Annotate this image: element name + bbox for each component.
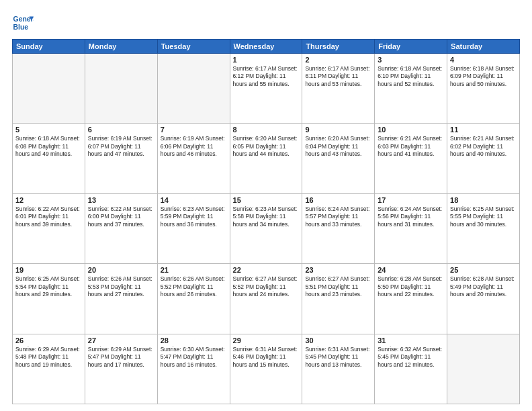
week-row-1: 1Sunrise: 6:17 AM Sunset: 6:12 PM Daylig… bbox=[13, 54, 520, 124]
day-number: 28 bbox=[161, 336, 227, 345]
calendar-cell bbox=[447, 334, 520, 404]
cell-details: Sunrise: 6:24 AM Sunset: 5:57 PM Dayligh… bbox=[305, 205, 371, 228]
header: General Blue bbox=[12, 12, 520, 34]
weekday-header-sunday: Sunday bbox=[13, 40, 85, 54]
day-number: 9 bbox=[305, 126, 371, 134]
logo-icon: General Blue bbox=[12, 12, 34, 34]
weekday-header-friday: Friday bbox=[375, 40, 447, 54]
day-number: 1 bbox=[233, 56, 300, 64]
cell-details: Sunrise: 6:18 AM Sunset: 6:10 PM Dayligh… bbox=[378, 65, 444, 88]
week-row-5: 26Sunrise: 6:29 AM Sunset: 5:48 PM Dayli… bbox=[13, 334, 520, 404]
calendar-cell: 7Sunrise: 6:19 AM Sunset: 6:06 PM Daylig… bbox=[157, 124, 230, 193]
cell-details: Sunrise: 6:29 AM Sunset: 5:47 PM Dayligh… bbox=[88, 346, 154, 369]
calendar-cell: 25Sunrise: 6:28 AM Sunset: 5:49 PM Dayli… bbox=[447, 264, 520, 334]
calendar-cell: 19Sunrise: 6:25 AM Sunset: 5:54 PM Dayli… bbox=[13, 264, 85, 334]
calendar-cell: 16Sunrise: 6:24 AM Sunset: 5:57 PM Dayli… bbox=[302, 193, 375, 263]
cell-details: Sunrise: 6:29 AM Sunset: 5:48 PM Dayligh… bbox=[15, 346, 82, 369]
day-number: 31 bbox=[378, 336, 444, 345]
cell-details: Sunrise: 6:23 AM Sunset: 5:59 PM Dayligh… bbox=[161, 205, 227, 228]
cell-details: Sunrise: 6:17 AM Sunset: 6:12 PM Dayligh… bbox=[233, 65, 300, 88]
svg-text:Blue: Blue bbox=[13, 24, 29, 31]
cell-details: Sunrise: 6:19 AM Sunset: 6:06 PM Dayligh… bbox=[161, 135, 227, 158]
calendar-table: SundayMondayTuesdayWednesdayThursdayFrid… bbox=[12, 39, 520, 404]
day-number: 22 bbox=[233, 266, 300, 274]
calendar-cell: 20Sunrise: 6:26 AM Sunset: 5:53 PM Dayli… bbox=[85, 264, 157, 334]
day-number: 23 bbox=[305, 266, 371, 274]
day-number: 29 bbox=[233, 336, 300, 345]
day-number: 7 bbox=[161, 126, 227, 134]
logo: General Blue bbox=[12, 12, 36, 34]
calendar-cell: 31Sunrise: 6:32 AM Sunset: 5:45 PM Dayli… bbox=[375, 334, 447, 404]
cell-details: Sunrise: 6:18 AM Sunset: 6:09 PM Dayligh… bbox=[450, 65, 517, 88]
week-row-2: 5Sunrise: 6:18 AM Sunset: 6:08 PM Daylig… bbox=[13, 124, 520, 193]
day-number: 14 bbox=[161, 196, 227, 204]
cell-details: Sunrise: 6:24 AM Sunset: 5:56 PM Dayligh… bbox=[378, 205, 444, 228]
calendar-cell: 13Sunrise: 6:22 AM Sunset: 6:00 PM Dayli… bbox=[85, 193, 157, 263]
weekday-header-wednesday: Wednesday bbox=[230, 40, 302, 54]
day-number: 15 bbox=[233, 196, 300, 204]
day-number: 8 bbox=[233, 126, 300, 134]
calendar-cell: 18Sunrise: 6:25 AM Sunset: 5:55 PM Dayli… bbox=[447, 193, 520, 263]
day-number: 19 bbox=[15, 266, 82, 274]
day-number: 18 bbox=[450, 196, 517, 204]
cell-details: Sunrise: 6:25 AM Sunset: 5:55 PM Dayligh… bbox=[450, 205, 517, 228]
calendar-cell: 1Sunrise: 6:17 AM Sunset: 6:12 PM Daylig… bbox=[230, 54, 302, 124]
day-number: 17 bbox=[378, 196, 444, 204]
calendar-cell: 5Sunrise: 6:18 AM Sunset: 6:08 PM Daylig… bbox=[13, 124, 85, 193]
day-number: 5 bbox=[15, 126, 82, 134]
day-number: 25 bbox=[450, 266, 517, 274]
calendar-cell: 15Sunrise: 6:23 AM Sunset: 5:58 PM Dayli… bbox=[230, 193, 302, 263]
day-number: 2 bbox=[305, 56, 371, 64]
cell-details: Sunrise: 6:22 AM Sunset: 6:01 PM Dayligh… bbox=[15, 205, 82, 228]
weekday-header-thursday: Thursday bbox=[302, 40, 375, 54]
day-number: 12 bbox=[15, 196, 82, 204]
cell-details: Sunrise: 6:26 AM Sunset: 5:53 PM Dayligh… bbox=[88, 275, 154, 298]
weekday-header-tuesday: Tuesday bbox=[157, 40, 230, 54]
calendar-cell: 8Sunrise: 6:20 AM Sunset: 6:05 PM Daylig… bbox=[230, 124, 302, 193]
day-number: 16 bbox=[305, 196, 371, 204]
cell-details: Sunrise: 6:18 AM Sunset: 6:08 PM Dayligh… bbox=[15, 135, 82, 158]
calendar-cell: 24Sunrise: 6:28 AM Sunset: 5:50 PM Dayli… bbox=[375, 264, 447, 334]
cell-details: Sunrise: 6:27 AM Sunset: 5:52 PM Dayligh… bbox=[233, 275, 300, 298]
calendar-cell: 3Sunrise: 6:18 AM Sunset: 6:10 PM Daylig… bbox=[375, 54, 447, 124]
day-number: 26 bbox=[15, 336, 82, 345]
cell-details: Sunrise: 6:28 AM Sunset: 5:49 PM Dayligh… bbox=[450, 275, 517, 298]
calendar-cell: 12Sunrise: 6:22 AM Sunset: 6:01 PM Dayli… bbox=[13, 193, 85, 263]
cell-details: Sunrise: 6:22 AM Sunset: 6:00 PM Dayligh… bbox=[88, 205, 154, 228]
day-number: 6 bbox=[88, 126, 154, 134]
calendar-cell: 26Sunrise: 6:29 AM Sunset: 5:48 PM Dayli… bbox=[13, 334, 85, 404]
week-row-4: 19Sunrise: 6:25 AM Sunset: 5:54 PM Dayli… bbox=[13, 264, 520, 334]
calendar-cell: 6Sunrise: 6:19 AM Sunset: 6:07 PM Daylig… bbox=[85, 124, 157, 193]
weekday-header-row: SundayMondayTuesdayWednesdayThursdayFrid… bbox=[13, 40, 520, 54]
cell-details: Sunrise: 6:20 AM Sunset: 6:04 PM Dayligh… bbox=[305, 135, 371, 158]
cell-details: Sunrise: 6:31 AM Sunset: 5:45 PM Dayligh… bbox=[305, 346, 371, 369]
calendar-cell: 11Sunrise: 6:21 AM Sunset: 6:02 PM Dayli… bbox=[447, 124, 520, 193]
calendar-cell bbox=[85, 54, 157, 124]
cell-details: Sunrise: 6:32 AM Sunset: 5:45 PM Dayligh… bbox=[378, 346, 444, 369]
calendar-cell: 29Sunrise: 6:31 AM Sunset: 5:46 PM Dayli… bbox=[230, 334, 302, 404]
day-number: 24 bbox=[378, 266, 444, 274]
day-number: 13 bbox=[88, 196, 154, 204]
cell-details: Sunrise: 6:27 AM Sunset: 5:51 PM Dayligh… bbox=[305, 275, 371, 298]
day-number: 10 bbox=[378, 126, 444, 134]
cell-details: Sunrise: 6:28 AM Sunset: 5:50 PM Dayligh… bbox=[378, 275, 444, 298]
calendar-cell: 4Sunrise: 6:18 AM Sunset: 6:09 PM Daylig… bbox=[447, 54, 520, 124]
weekday-header-saturday: Saturday bbox=[447, 40, 520, 54]
day-number: 27 bbox=[88, 336, 154, 345]
page: General Blue SundayMondayTuesdayWednesda… bbox=[0, 0, 532, 411]
cell-details: Sunrise: 6:30 AM Sunset: 5:47 PM Dayligh… bbox=[161, 346, 227, 369]
calendar-cell: 21Sunrise: 6:26 AM Sunset: 5:52 PM Dayli… bbox=[157, 264, 230, 334]
week-row-3: 12Sunrise: 6:22 AM Sunset: 6:01 PM Dayli… bbox=[13, 193, 520, 263]
day-number: 30 bbox=[305, 336, 371, 345]
calendar-cell: 27Sunrise: 6:29 AM Sunset: 5:47 PM Dayli… bbox=[85, 334, 157, 404]
day-number: 4 bbox=[450, 56, 517, 64]
cell-details: Sunrise: 6:21 AM Sunset: 6:03 PM Dayligh… bbox=[378, 135, 444, 158]
cell-details: Sunrise: 6:31 AM Sunset: 5:46 PM Dayligh… bbox=[233, 346, 300, 369]
calendar-cell bbox=[157, 54, 230, 124]
calendar-cell bbox=[13, 54, 85, 124]
calendar-cell: 22Sunrise: 6:27 AM Sunset: 5:52 PM Dayli… bbox=[230, 264, 302, 334]
calendar-cell: 14Sunrise: 6:23 AM Sunset: 5:59 PM Dayli… bbox=[157, 193, 230, 263]
day-number: 20 bbox=[88, 266, 154, 274]
cell-details: Sunrise: 6:19 AM Sunset: 6:07 PM Dayligh… bbox=[88, 135, 154, 158]
day-number: 21 bbox=[161, 266, 227, 274]
